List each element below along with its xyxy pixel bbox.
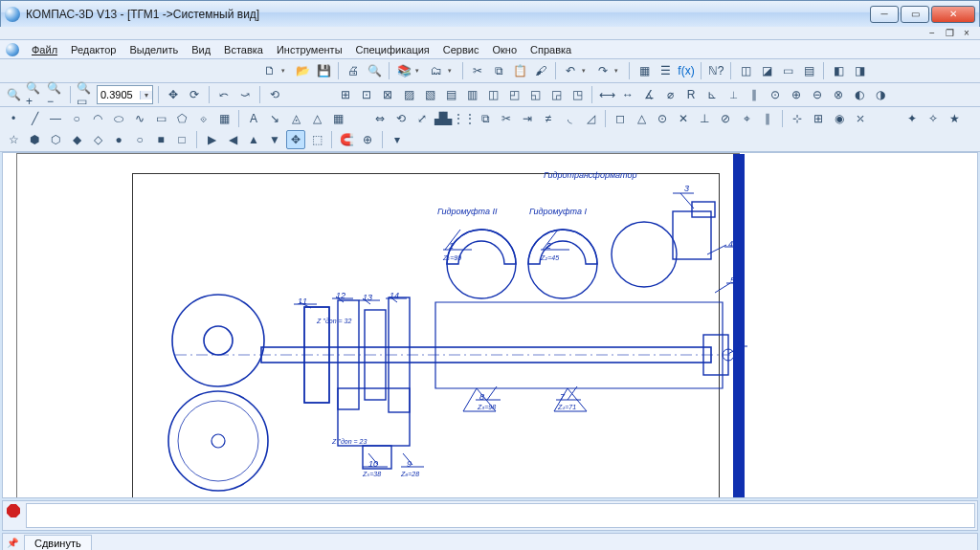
zoom-window-icon[interactable]: 🔍	[4, 85, 23, 104]
trans-rotate-icon[interactable]: ⟲	[391, 109, 411, 128]
edit-tool-icon[interactable]: ⊡	[357, 85, 376, 104]
menu-help[interactable]: Справка	[523, 42, 578, 57]
edit-tool-icon[interactable]: ⊞	[336, 85, 355, 104]
open-icon[interactable]: 📂	[293, 61, 312, 80]
mdi-minimize-icon[interactable]: −	[926, 28, 938, 38]
dim-tool-icon[interactable]: ⊕	[787, 85, 806, 104]
undo-icon[interactable]: ↶	[561, 61, 580, 80]
dim-tool-icon[interactable]: ⊖	[808, 85, 827, 104]
stop-button[interactable]	[3, 501, 24, 530]
aux-tool-icon[interactable]: ▲	[244, 130, 263, 149]
manager-icon[interactable]: 🗂	[427, 61, 446, 80]
geom-poly-icon[interactable]: ⬠	[172, 109, 191, 128]
dropdown-icon[interactable]: ▾	[614, 67, 624, 75]
minimize-button[interactable]: ─	[870, 6, 899, 23]
annot-table-icon[interactable]: ▦	[328, 109, 347, 128]
save-icon[interactable]: 💾	[314, 61, 333, 80]
mdi-restore-icon[interactable]: ❐	[944, 28, 955, 38]
edit-tool-icon[interactable]: ▨	[399, 85, 418, 104]
geom-rect-icon[interactable]: ▭	[151, 109, 170, 128]
aux-tool-icon[interactable]: ◆	[67, 130, 86, 149]
mode-track-icon[interactable]: ⤫	[851, 109, 870, 128]
annot-datum-icon[interactable]: ◬	[286, 109, 305, 128]
aux-tool-icon[interactable]: ◇	[88, 130, 107, 149]
geom-cont-icon[interactable]: ⟐	[193, 109, 212, 128]
menu-spec[interactable]: Спецификация	[349, 42, 436, 57]
library-mgr-icon[interactable]: ▦	[635, 61, 654, 80]
dim-tool-icon[interactable]: ⟂	[724, 85, 743, 104]
geom-hatch-icon[interactable]: ▦	[214, 109, 234, 128]
edit-tool-icon[interactable]: ◰	[504, 85, 523, 104]
edit-tool-icon[interactable]: ▥	[462, 85, 481, 104]
snap-perp-icon[interactable]: ⊥	[695, 109, 714, 128]
dim-tool-icon[interactable]: ⊙	[766, 85, 785, 104]
drawing-canvas[interactable]: Гидротрансформатор Гидромуфта II Гидрому…	[2, 152, 978, 498]
snap-int-icon[interactable]: ✕	[674, 109, 693, 128]
props-copy-icon[interactable]: 🖌	[531, 61, 550, 80]
dropdown-icon[interactable]: ▾	[281, 67, 291, 75]
menu-insert[interactable]: Вставка	[217, 42, 270, 57]
pin-icon[interactable]: 📌	[7, 538, 20, 548]
geom-circle-icon[interactable]: ○	[67, 109, 86, 128]
zoom-input[interactable]: ▾	[97, 85, 153, 104]
geom-line-icon[interactable]: ╱	[25, 109, 44, 128]
menu-service[interactable]: Сервис	[436, 42, 486, 57]
paste-icon[interactable]: 📋	[510, 61, 529, 80]
aux-tool-icon[interactable]: ▾	[388, 130, 407, 149]
menu-view[interactable]: Вид	[185, 42, 217, 57]
redo-icon[interactable]: ↷	[593, 61, 612, 80]
trans-scale-icon[interactable]: ⤢	[412, 109, 432, 128]
dim-tool-icon[interactable]: ∡	[639, 85, 658, 104]
print-icon[interactable]: 🖨	[344, 61, 363, 80]
mode-snap-icon[interactable]: ◉	[830, 109, 849, 128]
zoom-value-field[interactable]	[98, 87, 140, 102]
pan-icon[interactable]: ✥	[164, 85, 183, 104]
aux-tool-icon[interactable]: ✦	[902, 109, 922, 128]
menu-tools[interactable]: Инструменты	[270, 42, 349, 57]
snap-near-icon[interactable]: ⌖	[737, 109, 756, 128]
dim-tool-icon[interactable]: ↔	[618, 85, 637, 104]
trans-move-icon[interactable]: ⇔	[370, 109, 390, 128]
geom-seg-icon[interactable]: —	[46, 109, 65, 128]
dim-tool-icon[interactable]: ⟷	[597, 85, 616, 104]
vars-icon[interactable]: f(x)	[677, 61, 696, 80]
aux-tool-icon[interactable]: ⬢	[25, 130, 44, 149]
aux-tool-icon[interactable]: ✥	[286, 130, 305, 149]
snap-cen-icon[interactable]: ⊙	[653, 109, 672, 128]
aux-tool-icon[interactable]: ▼	[265, 130, 284, 149]
rotate-view-icon[interactable]: ⟳	[185, 85, 204, 104]
menu-editor[interactable]: Редактор	[64, 42, 122, 57]
next-view-icon[interactable]: ⤻	[235, 85, 255, 104]
doc-icon[interactable]	[6, 43, 19, 56]
aux-tool-icon[interactable]: ⬚	[307, 130, 326, 149]
zoom-out-icon[interactable]: 🔍−	[46, 85, 65, 104]
annot-symbol-icon[interactable]: △	[307, 109, 326, 128]
trans-break-icon[interactable]: ≠	[539, 109, 558, 128]
command-input[interactable]	[26, 503, 975, 528]
dropdown-icon[interactable]: ▾	[448, 67, 457, 75]
aux-tool-icon[interactable]: ☆	[4, 130, 23, 149]
tab-move[interactable]: Сдвинуть	[24, 535, 92, 551]
library-icon[interactable]: 📚	[394, 61, 413, 80]
dim-tool-icon[interactable]: R	[681, 85, 701, 104]
tb-extra-1-icon[interactable]: ◫	[736, 61, 755, 80]
edit-tool-icon[interactable]: ▤	[441, 85, 460, 104]
annot-leader-icon[interactable]: ↘	[265, 109, 284, 128]
geom-spline-icon[interactable]: ∿	[130, 109, 149, 128]
dim-tool-icon[interactable]: ⊾	[702, 85, 722, 104]
copy-icon[interactable]: ⧉	[489, 61, 508, 80]
edit-tool-icon[interactable]: ▧	[420, 85, 439, 104]
dim-tool-icon[interactable]: ∥	[745, 85, 764, 104]
trans-chamf-icon[interactable]: ◿	[581, 109, 600, 128]
aux-tool-icon[interactable]: ⊕	[358, 130, 377, 149]
trans-fillet-icon[interactable]: ◟	[560, 109, 579, 128]
edit-tool-icon[interactable]: ◱	[525, 85, 545, 104]
mdi-close-icon[interactable]: ×	[961, 28, 972, 38]
aux-tool-icon[interactable]: ▶	[202, 130, 221, 149]
mode-grid-icon[interactable]: ⊞	[809, 109, 828, 128]
aux-tool-icon[interactable]: □	[172, 130, 191, 149]
tb-extra-5-icon[interactable]: ◧	[829, 61, 848, 80]
maximize-button[interactable]: ▭	[901, 6, 929, 23]
geom-point-icon[interactable]: •	[4, 109, 23, 128]
trans-mirror-icon[interactable]: ▟▙	[434, 109, 453, 128]
